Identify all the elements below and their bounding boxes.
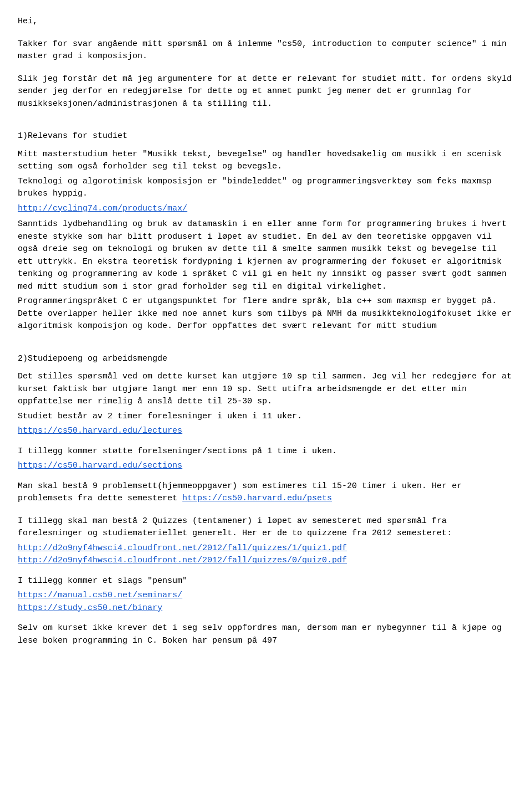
section-2-para-3: I tillegg kommer støtte forelseninger/se… <box>18 445 514 458</box>
section-1-para-1: Mitt masterstudium heter "Musikk tekst, … <box>18 148 514 173</box>
section-2-para-7: Selv om kurset ikke krever det i seg sel… <box>18 622 514 647</box>
section-2-para-6: I tillegg kommer et slags "pensum" <box>18 575 514 588</box>
section-1-heading: 1)Relevans for studiet <box>18 130 514 143</box>
section-2-para-5: I tillegg skal man bestå 2 Quizzes (tent… <box>18 515 514 540</box>
link-quiz0[interactable]: http://d2o9nyf4hwsci4.cloudfront.net/201… <box>18 556 347 565</box>
link-seminars[interactable]: https://manual.cs50.net/seminars/ <box>18 591 182 600</box>
greeting: Hei, <box>18 16 514 28</box>
link-binary[interactable]: https://study.cs50.net/binary <box>18 603 162 613</box>
section-2-para-1: Det stilles spørsmål ved om dette kurset… <box>18 371 514 408</box>
section-2-heading: 2)Studiepoeng og arbeidsmengde <box>18 353 514 366</box>
link-quiz1[interactable]: http://d2o9nyf4hwsci4.cloudfront.net/201… <box>18 544 347 553</box>
section-2-para-4: Man skal bestå 9 problemsett(hjemmeoppga… <box>18 480 514 505</box>
section-1-para-2: Teknologi og algorotimisk komposisjon er… <box>18 176 514 201</box>
link-sections[interactable]: https://cs50.harvard.edu/sections <box>18 461 182 470</box>
section-1-para-3: Sanntids lydbehandling og bruk av datama… <box>18 218 514 293</box>
section-1-para-4: Programmeringspråket C er utgangspunktet… <box>18 295 514 333</box>
link-psets[interactable]: https://cs50.harvard.edu/psets <box>182 494 332 503</box>
main-content: Hei, Takker for svar angående mitt spørs… <box>18 16 514 647</box>
link-cycling74[interactable]: http://cycling74.com/products/max/ <box>18 204 187 213</box>
section-2-para-2: Studiet består av 2 timer forelesninger … <box>18 411 514 423</box>
link-lectures[interactable]: https://cs50.harvard.edu/lectures <box>18 426 182 435</box>
paragraph-1: Takker for svar angående mitt spørsmål o… <box>18 38 514 63</box>
paragraph-2: Slik jeg forstår det må jeg argumentere … <box>18 73 514 111</box>
